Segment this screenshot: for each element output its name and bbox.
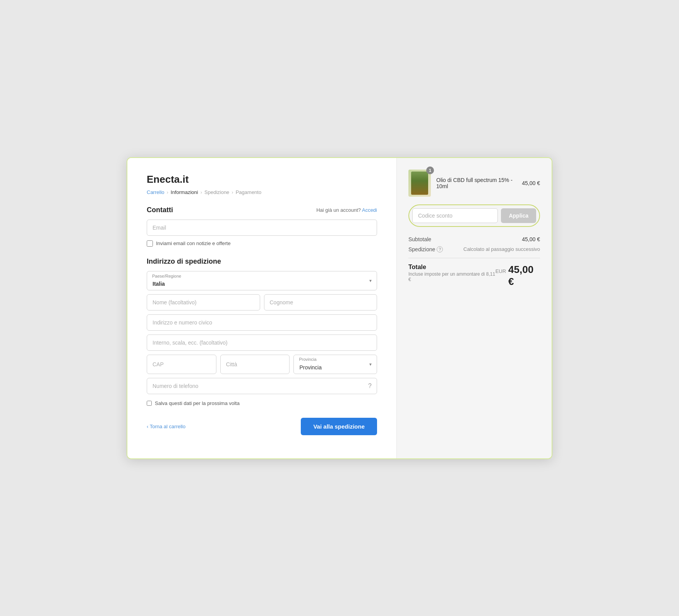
shipping-section: Indirizzo di spedizione Paese/Regione It… — [147, 257, 377, 394]
accedi-link[interactable]: Accedi — [362, 207, 377, 213]
nome-field[interactable] — [147, 294, 260, 311]
paese-wrapper: Paese/Regione Italia Germany France ▾ — [147, 271, 377, 290]
totale-tax: Incluse imposte per un ammontare di 8,11… — [408, 271, 496, 282]
breadcrumb-sep2: › — [201, 189, 202, 195]
product-image-wrapper: 1 — [408, 170, 431, 197]
totale-label: Totale — [408, 264, 496, 271]
newsletter-row: Inviami email con notizie e offerte — [147, 240, 377, 247]
breadcrumb: Carrello › Informazioni › Spedizione › P… — [147, 189, 377, 195]
nome-cognome-row — [147, 294, 377, 311]
email-field[interactable] — [147, 220, 377, 236]
subtotal-value: 45,00 € — [522, 236, 540, 242]
coupon-area: Applica — [408, 204, 540, 227]
citta-field[interactable] — [220, 355, 290, 374]
shipping-row: Spedizione ? Calcolato al passaggio succ… — [408, 246, 540, 252]
cognome-field[interactable] — [264, 294, 377, 311]
shipping-calc: Calcolato al passaggio successivo — [463, 246, 540, 252]
contatti-header: Contatti Hai già un account? Accedi — [147, 206, 377, 214]
subtotal-row: Subtotale 45,00 € — [408, 236, 540, 242]
breadcrumb-informazioni: Informazioni — [171, 189, 198, 195]
provincia-wrapper: Provincia Provincia MI - Milano RM - Rom… — [293, 355, 377, 374]
quantity-badge: 1 — [426, 166, 434, 174]
shipping-label: Spedizione — [408, 246, 435, 252]
cap-field[interactable] — [147, 355, 216, 374]
save-data-checkbox[interactable] — [147, 401, 152, 406]
breadcrumb-carrello[interactable]: Carrello — [147, 189, 165, 195]
shipping-info: Spedizione ? — [408, 246, 443, 252]
telefono-field[interactable] — [147, 378, 377, 394]
totale-amount: 45,00 € — [508, 264, 540, 288]
login-prompt: Hai già un account? Accedi — [316, 207, 377, 213]
paese-select[interactable]: Italia Germany France — [147, 271, 377, 290]
right-panel: 1 Olio di CBD full spectrum 15% - 10ml 4… — [397, 158, 552, 458]
submit-button[interactable]: Vai alla spedizione — [301, 418, 377, 435]
checkout-container: Enecta.it Carrello › Informazioni › Sped… — [127, 157, 552, 459]
coupon-input[interactable] — [412, 208, 498, 223]
back-link[interactable]: ‹ Torna al carrello — [147, 424, 185, 429]
breadcrumb-spedizione: Spedizione — [204, 189, 229, 195]
apply-button[interactable]: Applica — [501, 208, 536, 223]
newsletter-checkbox[interactable] — [147, 240, 153, 247]
shipping-help-icon[interactable]: ? — [437, 246, 443, 252]
totale-currency: EUR — [496, 268, 506, 274]
telefono-help-icon[interactable]: ? — [368, 383, 372, 390]
product-row: 1 Olio di CBD full spectrum 15% - 10ml 4… — [408, 170, 540, 197]
product-img-inner — [411, 172, 428, 195]
breadcrumb-sep3: › — [231, 189, 233, 195]
summary-divider — [408, 258, 540, 258]
cap-citta-provincia-row: Provincia Provincia MI - Milano RM - Rom… — [147, 355, 377, 374]
totale-row: Totale Incluse imposte per un ammontare … — [408, 264, 540, 288]
totale-section: Totale Incluse imposte per un ammontare … — [408, 264, 540, 288]
product-name: Olio di CBD full spectrum 15% - 10ml — [436, 177, 516, 189]
totale-price-row: EUR 45,00 € — [496, 264, 540, 288]
breadcrumb-pagamento: Pagamento — [236, 189, 262, 195]
totale-left: Totale Incluse imposte per un ammontare … — [408, 264, 496, 282]
provincia-select[interactable]: Provincia MI - Milano RM - Roma — [293, 355, 377, 374]
breadcrumb-sep1: › — [167, 189, 168, 195]
save-checkbox-row: Salva questi dati per la prossima volta — [147, 400, 377, 406]
contatti-title: Contatti — [147, 206, 173, 214]
shipping-title: Indirizzo di spedizione — [147, 257, 377, 266]
subtotal-label: Subtotale — [408, 236, 431, 242]
brand-title: Enecta.it — [147, 173, 377, 185]
footer-actions: ‹ Torna al carrello Vai alla spedizione — [147, 418, 377, 435]
interno-field[interactable] — [147, 335, 377, 351]
save-data-label: Salva questi dati per la prossima volta — [155, 400, 240, 406]
left-panel: Enecta.it Carrello › Informazioni › Sped… — [127, 158, 397, 458]
phone-wrapper: ? — [147, 378, 377, 394]
indirizzo-field[interactable] — [147, 314, 377, 331]
product-price: 45,00 € — [522, 180, 540, 186]
newsletter-label: Inviami email con notizie e offerte — [156, 240, 231, 246]
